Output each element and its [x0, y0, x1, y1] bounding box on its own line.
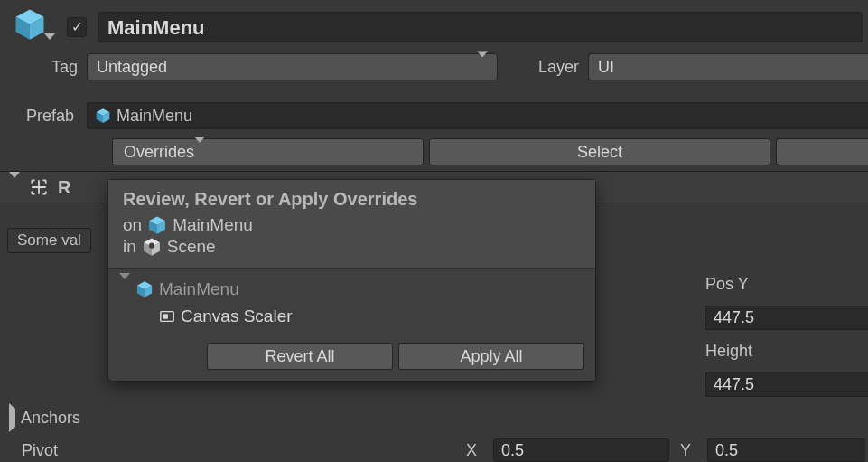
tree-foldout-icon[interactable] — [119, 279, 130, 299]
prefab-cube-icon — [95, 108, 111, 124]
layer-value: UI — [598, 58, 614, 77]
popup-in-target: Scene — [167, 237, 216, 257]
tag-value: Untagged — [97, 58, 167, 77]
anchors-foldout-icon[interactable] — [9, 409, 15, 428]
pivot-label: Pivot — [22, 441, 455, 460]
popup-title: Review, Revert or Apply Overrides — [123, 189, 581, 210]
popup-on-label: on — [123, 215, 142, 235]
apply-all-label: Apply All — [460, 347, 522, 366]
svg-point-12 — [149, 243, 154, 249]
layer-dropdown[interactable]: UI — [588, 53, 868, 80]
overrides-popup: Review, Revert or Apply Overrides on Mai… — [107, 179, 596, 382]
unity-scene-icon — [142, 237, 162, 257]
tag-dropdown[interactable]: Untagged — [87, 53, 498, 80]
prefab-name: MainMenu — [117, 107, 192, 126]
pivot-y-label: Y — [680, 441, 696, 460]
gameobject-name-input[interactable]: MainMenu — [98, 12, 863, 42]
pivot-x-label: X — [466, 441, 482, 460]
checkmark-icon: ✓ — [71, 20, 83, 34]
revert-all-label: Revert All — [265, 347, 334, 366]
active-checkbox[interactable]: ✓ — [67, 17, 87, 37]
prefab-asset-field[interactable]: MainMenu — [87, 102, 868, 129]
pos-y-label: Pos Y — [705, 275, 749, 294]
revert-all-button[interactable]: Revert All — [207, 343, 393, 370]
anchors-label: Anchors — [21, 409, 80, 428]
canvas-scaler-icon — [159, 308, 175, 325]
rect-transform-icon — [29, 177, 49, 197]
select-label: Select — [577, 143, 622, 162]
override-tree-child[interactable]: Canvas Scaler — [119, 303, 584, 330]
overrides-label: Overrides — [124, 143, 194, 162]
apply-all-button[interactable]: Apply All — [398, 343, 584, 370]
pivot-y-input[interactable]: 0.5 — [707, 438, 865, 462]
component-title: R — [58, 177, 70, 198]
prefab-cube-icon — [135, 280, 154, 298]
height-input[interactable]: 447.5 — [705, 372, 868, 397]
open-button[interactable] — [776, 138, 868, 165]
some-values-box: Some val — [7, 228, 91, 253]
layer-label: Layer — [498, 58, 579, 77]
prefab-label: Prefab — [0, 107, 74, 126]
popup-on-target: MainMenu — [173, 215, 253, 235]
tag-label: Tag — [27, 58, 78, 77]
header-dropdown-icon[interactable] — [44, 40, 55, 59]
chevron-down-icon — [477, 58, 488, 77]
tree-root-label: MainMenu — [159, 279, 239, 299]
chevron-down-icon — [194, 143, 205, 162]
tree-child-label: Canvas Scaler — [181, 306, 293, 326]
height-label: Height — [705, 342, 752, 361]
prefab-cube-icon — [147, 215, 167, 235]
popup-in-label: in — [123, 237, 136, 257]
select-button[interactable]: Select — [429, 138, 770, 165]
svg-rect-17 — [163, 314, 168, 318]
pivot-x-input[interactable]: 0.5 — [493, 438, 669, 462]
component-foldout-icon[interactable] — [9, 178, 20, 197]
pos-y-input[interactable]: 447.5 — [705, 306, 868, 330]
override-tree-root[interactable]: MainMenu — [119, 276, 584, 303]
overrides-dropdown[interactable]: Overrides — [112, 138, 424, 165]
